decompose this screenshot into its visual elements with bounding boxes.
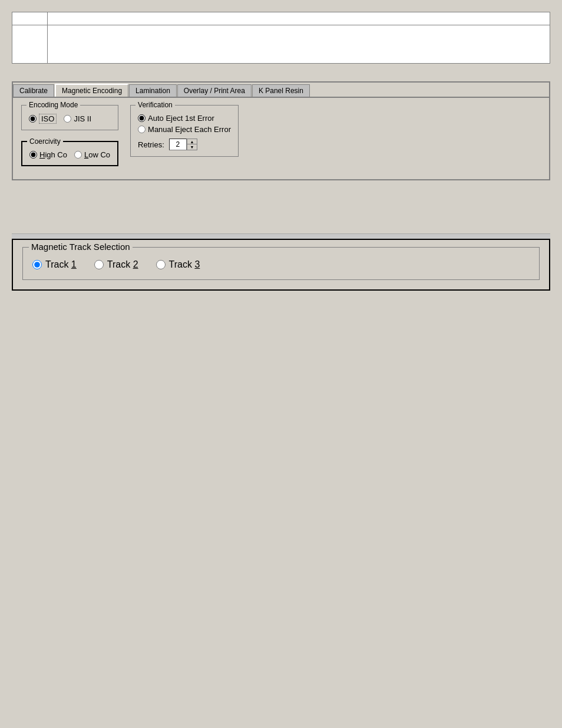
track-radio-row: Track 1 Track 2 Track 3 [32, 259, 530, 270]
top-table [12, 12, 550, 64]
tab-panel-container: Calibrate Magnetic Encoding Lamination O… [12, 81, 550, 180]
page-container: Calibrate Magnetic Encoding Lamination O… [0, 0, 562, 728]
coercivity-radio-row: High Co Low Co [29, 150, 110, 159]
tab-bar: Calibrate Magnetic Encoding Lamination O… [13, 83, 549, 98]
track2-label: Track 2 [107, 259, 138, 270]
verification-group: Verification Auto Eject 1st Error Manual… [130, 105, 239, 157]
auto-eject-radio-item[interactable]: Auto Eject 1st Error [138, 114, 231, 123]
tab-overlay-print-area[interactable]: Overlay / Print Area [177, 84, 252, 97]
manual-eject-radio[interactable] [138, 126, 146, 133]
high-co-radio[interactable] [29, 151, 37, 159]
track1-radio-item[interactable]: Track 1 [32, 259, 77, 270]
spinner-up-button[interactable]: ▲ [187, 139, 197, 144]
track3-label: Track 3 [169, 259, 200, 270]
table-cell-2-1 [12, 25, 48, 64]
coercivity-group: Coercivity High Co Low Co [21, 141, 118, 166]
tab-overlay-print-area-label: Overlay / Print Area [184, 87, 245, 95]
iso-radio[interactable] [29, 115, 37, 123]
tab-magnetic-encoding[interactable]: Magnetic Encoding [55, 84, 128, 97]
spinner-down-button[interactable]: ▼ [187, 144, 197, 150]
tab-calibrate[interactable]: Calibrate [13, 84, 54, 97]
manual-eject-radio-item[interactable]: Manual Eject Each Error [138, 125, 231, 134]
auto-eject-radio[interactable] [138, 114, 146, 122]
jis-label: JIS II [74, 114, 91, 123]
jis-radio-item[interactable]: JIS II [64, 114, 91, 123]
track1-label: Track 1 [45, 259, 77, 270]
retries-spinner[interactable]: ▲ ▼ [169, 139, 197, 150]
panel-row: Encoding Mode ISO JIS II [21, 105, 541, 172]
low-co-radio-item[interactable]: Low Co [74, 150, 110, 159]
track2-radio-item[interactable]: Track 2 [94, 259, 138, 270]
retries-row: Retries: ▲ ▼ [138, 139, 231, 150]
verification-legend: Verification [135, 101, 175, 109]
tab-lamination-label: Lamination [135, 87, 170, 95]
low-co-radio[interactable] [74, 151, 82, 159]
track-fieldgroup: Magnetic Track Selection Track 1 Track 2… [22, 247, 540, 280]
table-cell-1-2 [48, 12, 550, 25]
high-co-label: High Co [39, 150, 67, 159]
table-row-tall [12, 25, 550, 64]
tab-magnetic-encoding-label: Magnetic Encoding [62, 87, 122, 95]
jis-radio[interactable] [64, 115, 71, 123]
track2-radio[interactable] [94, 260, 104, 269]
spacer [12, 204, 550, 233]
track1-radio[interactable] [32, 260, 42, 269]
tab-lamination[interactable]: Lamination [129, 84, 177, 97]
table-cell-1-1 [12, 12, 48, 25]
tab-k-panel-resin-label: K Panel Resin [259, 87, 303, 95]
track3-radio-item[interactable]: Track 3 [156, 259, 200, 270]
low-co-label: Low Co [84, 150, 110, 159]
table-cell-2-2 [48, 25, 550, 64]
manual-eject-label: Manual Eject Each Error [148, 125, 231, 134]
iso-radio-item[interactable]: ISO [29, 114, 57, 124]
spinner-buttons: ▲ ▼ [187, 139, 197, 150]
iso-label: ISO [39, 114, 57, 124]
high-co-radio-item[interactable]: High Co [29, 150, 67, 159]
track-selection-legend: Magnetic Track Selection [29, 242, 133, 252]
retries-label: Retries: [138, 140, 164, 149]
tab-calibrate-label: Calibrate [19, 87, 48, 95]
encoding-mode-group: Encoding Mode ISO JIS II [21, 105, 118, 130]
tab-k-panel-resin[interactable]: K Panel Resin [252, 84, 310, 97]
encoding-mode-radio-row: ISO JIS II [29, 114, 111, 124]
table-row-short [12, 12, 550, 25]
encoding-mode-legend: Encoding Mode [27, 101, 80, 109]
track-section-container: Magnetic Track Selection Track 1 Track 2… [12, 239, 550, 291]
coercivity-legend: Coercivity [27, 137, 63, 146]
retries-input[interactable] [169, 139, 187, 150]
track3-radio[interactable] [156, 260, 166, 269]
panel-content: Encoding Mode ISO JIS II [13, 98, 549, 179]
auto-eject-label: Auto Eject 1st Error [148, 114, 214, 123]
verification-radio-col: Auto Eject 1st Error Manual Eject Each E… [138, 114, 231, 134]
